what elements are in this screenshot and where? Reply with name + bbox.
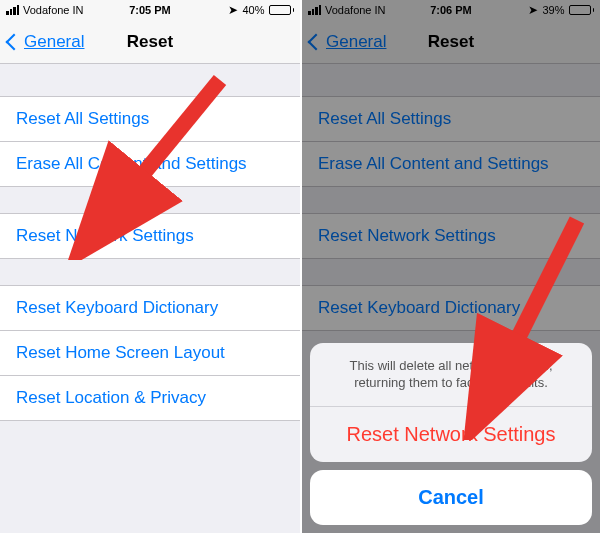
back-button[interactable]: General [8, 32, 84, 52]
chevron-left-icon [6, 33, 23, 50]
screen-confirm-dialog: Vodafone IN 7:06 PM ➤ 39% General Reset … [300, 0, 600, 533]
cancel-button[interactable]: Cancel [310, 470, 592, 525]
battery-icon [269, 5, 295, 15]
reset-all-settings-button[interactable]: Reset All Settings [0, 97, 300, 142]
reset-home-screen-button[interactable]: Reset Home Screen Layout [0, 331, 300, 376]
navbar: General Reset [0, 20, 300, 64]
location-icon: ➤ [228, 3, 238, 17]
confirm-reset-button[interactable]: Reset Network Settings [310, 407, 592, 462]
settings-group-3: Reset Keyboard Dictionary Reset Home Scr… [0, 285, 300, 421]
signal-icon [6, 5, 19, 15]
reset-location-privacy-button[interactable]: Reset Location & Privacy [0, 376, 300, 420]
clock: 7:05 PM [129, 4, 171, 16]
action-sheet: This will delete all network settings, r… [310, 343, 592, 525]
screen-reset-settings: Vodafone IN 7:05 PM ➤ 40% General Reset … [0, 0, 300, 533]
settings-group-1: Reset All Settings Erase All Content and… [0, 96, 300, 187]
statusbar: Vodafone IN 7:05 PM ➤ 40% [0, 0, 300, 20]
reset-network-settings-button[interactable]: Reset Network Settings [0, 214, 300, 258]
settings-group-2: Reset Network Settings [0, 213, 300, 259]
carrier: Vodafone IN [23, 4, 84, 16]
back-label: General [24, 32, 84, 52]
erase-all-content-button[interactable]: Erase All Content and Settings [0, 142, 300, 186]
reset-keyboard-dictionary-button[interactable]: Reset Keyboard Dictionary [0, 286, 300, 331]
sheet-message: This will delete all network settings, r… [310, 343, 592, 407]
page-title: Reset [127, 32, 173, 52]
battery-percent: 40% [242, 4, 264, 16]
